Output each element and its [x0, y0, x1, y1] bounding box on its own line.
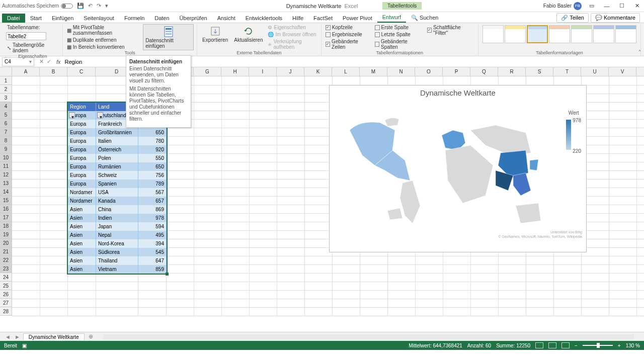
- share-button[interactable]: 🔗 Teilen: [556, 13, 589, 23]
- row-header-10[interactable]: 10: [0, 153, 12, 162]
- table-row[interactable]: EuropaPolen550: [68, 154, 167, 162]
- table-style-7[interactable]: [615, 25, 636, 43]
- table-row[interactable]: EuropaÖsterreich920: [68, 145, 167, 154]
- table-row[interactable]: NordamerKanada657: [68, 197, 167, 205]
- table-styles-gallery[interactable]: [481, 24, 637, 44]
- zoom-level[interactable]: 130 %: [626, 343, 640, 348]
- row-header-5[interactable]: 5: [0, 111, 12, 119]
- sheet-nav-next-icon[interactable]: ►: [13, 334, 22, 340]
- accept-formula-icon[interactable]: ✓: [47, 58, 51, 65]
- tab-daten[interactable]: Daten: [149, 14, 174, 23]
- maximize-icon[interactable]: ☐: [617, 2, 627, 10]
- tab-ansicht[interactable]: Ansicht: [212, 14, 240, 23]
- tab-seitenlayout[interactable]: Seitenlayout: [78, 14, 119, 23]
- resize-table-button[interactable]: ⤡ Tabellengröße ändern: [6, 42, 59, 54]
- row-header-20[interactable]: 20: [0, 239, 12, 247]
- filter-button-checkbox[interactable]: Schaltfläche "Filter": [426, 24, 475, 36]
- first-col-checkbox[interactable]: Erste Spalte: [374, 24, 424, 31]
- select-all-corner[interactable]: [0, 67, 12, 76]
- minimize-icon[interactable]: —: [602, 2, 612, 10]
- row-header-27[interactable]: 27: [0, 299, 12, 307]
- row-header-28[interactable]: 28: [0, 307, 12, 316]
- col-header-K[interactable]: K: [304, 67, 332, 76]
- remove-duplicates-button[interactable]: ▦ Duplikate entfernen: [66, 37, 141, 43]
- col-header-S[interactable]: S: [526, 67, 553, 76]
- table-row[interactable]: EuropaRumänien650: [68, 162, 167, 171]
- row-header-16[interactable]: 16: [0, 205, 12, 213]
- table-resize-handle[interactable]: [166, 273, 169, 276]
- col-header-H[interactable]: H: [221, 67, 249, 76]
- table-style-1[interactable]: [482, 25, 504, 43]
- table-row[interactable]: AsienVietnam859: [68, 265, 167, 274]
- table-row[interactable]: NordamerUSA567: [68, 188, 167, 197]
- tab-factset[interactable]: FactSet: [308, 14, 338, 23]
- row-header-14[interactable]: 14: [0, 188, 12, 196]
- collapse-ribbon-icon[interactable]: ˄: [638, 49, 641, 55]
- table-style-6[interactable]: [593, 25, 614, 43]
- row-header-23[interactable]: 23: [0, 264, 12, 273]
- macro-record-icon[interactable]: ▣: [22, 343, 27, 348]
- col-header-G[interactable]: G: [194, 67, 221, 76]
- tab-start[interactable]: Start: [25, 14, 47, 23]
- row-header-6[interactable]: 6: [0, 119, 12, 128]
- redo-icon[interactable]: ↷: [97, 3, 101, 9]
- view-layout-icon[interactable]: [548, 342, 556, 348]
- row-header-8[interactable]: 8: [0, 136, 12, 145]
- table-name-input[interactable]: [6, 32, 46, 40]
- banded-cols-checkbox[interactable]: Gebänderte Spalten: [374, 38, 424, 50]
- view-normal-icon[interactable]: [535, 342, 543, 348]
- row-header-24[interactable]: 24: [0, 273, 12, 282]
- insert-slicer-button[interactable]: Datenschnitt einfügen: [143, 24, 194, 50]
- row-header-3[interactable]: 3: [0, 94, 12, 102]
- table-row[interactable]: AsienIndien978: [68, 214, 167, 222]
- save-icon[interactable]: 💾: [77, 3, 84, 9]
- qat-dropdown-icon[interactable]: ▾: [105, 3, 108, 9]
- col-header-O[interactable]: O: [415, 67, 443, 76]
- row-header-21[interactable]: 21: [0, 247, 12, 256]
- pivot-summarize-button[interactable]: ▦ Mit PivotTable zusammenfassen: [66, 24, 141, 36]
- header-row-checkbox[interactable]: Kopfzeile: [325, 24, 372, 31]
- col-header-C[interactable]: C: [67, 67, 96, 76]
- filter-dropdown-icon[interactable]: ▾: [97, 112, 103, 118]
- horizontal-scrollbar[interactable]: [103, 334, 634, 339]
- table-style-2[interactable]: [505, 25, 526, 43]
- row-header-17[interactable]: 17: [0, 213, 12, 222]
- tab-entwicklertools[interactable]: Entwicklertools: [240, 14, 287, 23]
- sheet-tab-active[interactable]: Dynamische Weltkarte: [23, 333, 85, 340]
- table-row[interactable]: AsienChina869: [68, 205, 167, 214]
- map-chart[interactable]: Dynamische Weltkarte: [329, 85, 587, 252]
- zoom-out-icon[interactable]: −: [575, 343, 578, 348]
- col-header-T[interactable]: T: [553, 67, 581, 76]
- autosave-toggle[interactable]: Automatisches Speichern: [2, 3, 73, 9]
- row-header-12[interactable]: 12: [0, 170, 12, 179]
- table-style-5[interactable]: [571, 25, 592, 43]
- zoom-in-icon[interactable]: +: [618, 343, 621, 348]
- col-header-N[interactable]: N: [387, 67, 415, 76]
- worksheet-grid[interactable]: ABCDEFGHIJKLMNOPQRSTUV 12345678910111213…: [0, 67, 644, 332]
- col-header-J[interactable]: J: [277, 67, 304, 76]
- convert-range-button[interactable]: ▦ In Bereich konvertieren: [66, 44, 141, 50]
- row-header-15[interactable]: 15: [0, 196, 12, 205]
- tab-überprüfen[interactable]: Überprüfen: [175, 14, 212, 23]
- col-header-A[interactable]: A: [12, 67, 40, 76]
- tab-entwurf[interactable]: Entwurf: [377, 13, 406, 23]
- banded-rows-checkbox[interactable]: Gebänderte Zeilen: [325, 38, 372, 50]
- row-header-7[interactable]: 7: [0, 128, 12, 136]
- zoom-slider[interactable]: [583, 345, 613, 346]
- tab-hilfe[interactable]: Hilfe: [287, 14, 308, 23]
- row-header-11[interactable]: 11: [0, 162, 12, 170]
- row-header-18[interactable]: 18: [0, 222, 12, 230]
- user-account[interactable]: Fabio Basler FB: [543, 2, 582, 10]
- search-tab[interactable]: 🔍 Suchen: [406, 13, 443, 23]
- row-header-1[interactable]: 1: [0, 76, 12, 85]
- col-header-I[interactable]: I: [249, 67, 277, 76]
- tab-file[interactable]: Datei: [2, 14, 25, 23]
- row-header-2[interactable]: 2: [0, 85, 12, 94]
- fx-icon[interactable]: fx: [54, 59, 63, 65]
- data-table[interactable]: Region▾Land▾Wert▾ EuropaDeutschland220Eu…: [67, 102, 167, 274]
- sheet-nav-prev-icon[interactable]: ◄: [3, 334, 13, 340]
- col-header-B[interactable]: B: [40, 67, 67, 76]
- refresh-button[interactable]: Aktualisieren: [232, 24, 265, 44]
- row-header-9[interactable]: 9: [0, 145, 12, 153]
- row-header-22[interactable]: 22: [0, 256, 12, 264]
